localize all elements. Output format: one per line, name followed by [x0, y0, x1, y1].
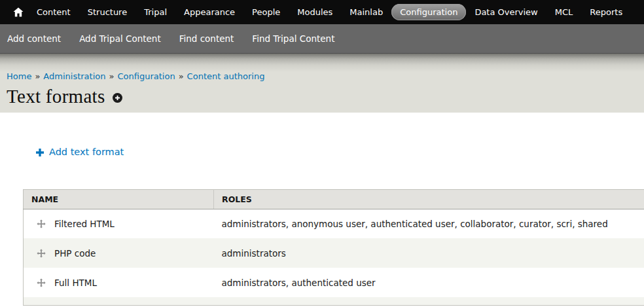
table-row: PHP code administrators: [24, 238, 644, 268]
page-header: Home»Administration»Configuration»Conten…: [0, 54, 644, 113]
breadcrumb-separator: »: [109, 71, 115, 81]
menu-item-tripal[interactable]: Tripal: [135, 4, 175, 20]
format-name: Filtered HTML: [54, 219, 115, 229]
menu-item-reports[interactable]: Reports: [581, 4, 631, 20]
table-row: Full HTML administrators, authenticated …: [24, 268, 644, 297]
shortcut-bar: Add content Add Tripal Content Find cont…: [0, 24, 644, 54]
home-icon[interactable]: [9, 0, 28, 24]
text-formats-table: NAME ROLES Filtered HTML administrators: [23, 189, 644, 306]
shortcut-find-tripal-content[interactable]: Find Tripal Content: [243, 29, 344, 48]
menu-item-mcl[interactable]: MCL: [546, 4, 582, 20]
admin-toolbar: Content Structure Tripal Appearance Peop…: [0, 0, 644, 24]
page-title: Text formats: [7, 86, 105, 107]
drupal-admin-screen: Content Structure Tripal Appearance Peop…: [0, 0, 644, 307]
table-row: Filtered HTML administrators, anonymous …: [24, 209, 644, 238]
format-name: PHP code: [54, 248, 96, 259]
format-roles: administrators, authenticated user: [214, 268, 644, 297]
table-header-row: NAME ROLES: [24, 189, 644, 209]
format-roles: administrators: [214, 238, 644, 268]
format-name: Full HTML: [54, 278, 97, 288]
column-header-name: NAME: [24, 189, 214, 209]
menu-item-data-overview[interactable]: Data Overview: [466, 4, 546, 20]
menu-item-modules[interactable]: Modules: [289, 4, 341, 20]
move-drag-icon[interactable]: [37, 219, 46, 228]
add-shortcut-icon[interactable]: [113, 93, 122, 103]
format-roles: administrators, anonymous user, authenti…: [214, 209, 644, 238]
column-header-roles: ROLES: [214, 189, 644, 209]
breadcrumb-separator: »: [35, 71, 40, 81]
move-drag-icon[interactable]: [37, 249, 46, 258]
move-drag-icon[interactable]: [37, 278, 46, 287]
shortcut-add-tripal-content[interactable]: Add Tripal Content: [70, 29, 170, 48]
breadcrumb-administration[interactable]: Administration: [43, 71, 105, 81]
menu-item-content[interactable]: Content: [28, 4, 79, 20]
breadcrumb-content-authoring[interactable]: Content authoring: [187, 71, 265, 81]
menu-item-mainlab[interactable]: Mainlab: [341, 4, 391, 20]
shortcut-add-content[interactable]: Add content: [7, 29, 70, 48]
content-area: Add text format NAME ROLES Fi: [0, 113, 644, 306]
shortcut-find-content[interactable]: Find content: [170, 29, 243, 48]
menu-item-people[interactable]: People: [243, 4, 289, 20]
breadcrumb-home[interactable]: Home: [7, 71, 31, 81]
menu-item-appearance[interactable]: Appearance: [175, 4, 243, 20]
add-text-format-link[interactable]: Add text format: [36, 147, 124, 157]
menu-item-structure[interactable]: Structure: [79, 4, 135, 20]
add-text-format-label: Add text format: [49, 147, 124, 157]
breadcrumb-configuration[interactable]: Configuration: [117, 71, 175, 81]
breadcrumb-separator: »: [179, 71, 184, 81]
breadcrumb: Home»Administration»Configuration»Conten…: [7, 54, 644, 81]
menu-item-configuration[interactable]: Configuration: [391, 4, 466, 20]
plus-icon: [36, 149, 44, 156]
table-row-partial: [24, 297, 644, 305]
admin-menu: Content Structure Tripal Appearance Peop…: [28, 4, 631, 20]
